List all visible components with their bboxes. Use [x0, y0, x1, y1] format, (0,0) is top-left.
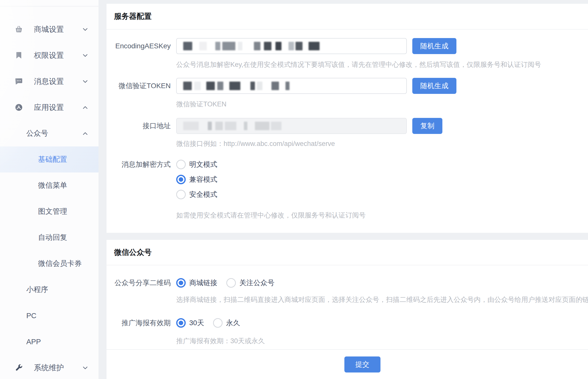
encoding-aes-key-input[interactable]	[176, 38, 407, 54]
share-qrcode-label: 公众号分享二维码	[107, 278, 171, 288]
sidebar-item-pc[interactable]: PC	[0, 303, 99, 329]
redacted-value	[183, 82, 289, 90]
sidebar: 商城设置权限设置消息设置应用设置公众号基础配置微信菜单图文管理自动回复微信会员卡…	[0, 0, 99, 379]
radio-checked-icon[interactable]	[176, 175, 186, 184]
redacted-value	[183, 42, 320, 50]
radio-option-兼容模式[interactable]: 兼容模式	[176, 173, 217, 185]
sidebar-item-app[interactable]: APP	[0, 329, 99, 355]
radio-checked-icon[interactable]	[176, 278, 186, 288]
sidebar-item-label: 微信会员卡券	[38, 259, 82, 269]
radio-option-label: 永久	[226, 318, 240, 328]
radio-option-label: 30天	[189, 318, 204, 328]
section-title-wechat: 微信公众号	[107, 240, 588, 265]
chevron-down-icon	[81, 364, 89, 371]
basket-icon	[14, 25, 23, 34]
sidebar-item-label: 公众号	[26, 128, 48, 138]
section-title-server: 服务器配置	[107, 4, 588, 30]
sidebar-item-小程序[interactable]: 小程序	[0, 277, 99, 303]
radio-checked-icon[interactable]	[176, 318, 186, 328]
poster-validity-row: 推广海报有效期 30天永久	[107, 317, 588, 329]
radio-unchecked-icon[interactable]	[213, 318, 223, 328]
sidebar-item-基础配置[interactable]: 基础配置	[0, 146, 99, 172]
sidebar-divider	[0, 6, 99, 7]
sidebar-item-label: APP	[26, 338, 41, 346]
sidebar-menu: 商城设置权限设置消息设置应用设置公众号基础配置微信菜单图文管理自动回复微信会员卡…	[0, 16, 99, 379]
radio-option-label: 关注公众号	[239, 278, 274, 288]
api-url-copy-button[interactable]: 复制	[412, 118, 442, 134]
wechat-token-input[interactable]	[176, 78, 407, 94]
aes-generate-button[interactable]: 随机生成	[412, 38, 456, 54]
api-url-row: 接口地址 复制	[107, 118, 588, 134]
bookmark-icon	[14, 51, 23, 60]
crypt-mode-help: 如需使用安全模式请在管理中心修改，仅限服务号和认证订阅号	[176, 211, 588, 219]
sidebar-item-label: 系统维护	[34, 363, 64, 373]
poster-validity-radio-group: 30天永久	[176, 317, 249, 329]
sidebar-item-label: 基础配置	[38, 154, 67, 164]
radio-option-永久[interactable]: 永久	[213, 317, 240, 329]
token-generate-button[interactable]: 随机生成	[412, 78, 456, 94]
chevron-up-icon	[81, 104, 89, 111]
share-qrcode-radio-group: 商城链接关注公众号	[176, 277, 283, 289]
api-url-label: 接口地址	[107, 121, 171, 131]
radio-option-label: 明文模式	[189, 160, 217, 169]
share-qrcode-help: 选择商城链接，扫描二维码直接进入商城对应页面，选择关注公众号，扫描二维码之后先进…	[176, 296, 588, 304]
form-footer: 提交	[107, 349, 588, 379]
sidebar-item-label: 图文管理	[38, 207, 67, 217]
page: 商城设置权限设置消息设置应用设置公众号基础配置微信菜单图文管理自动回复微信会员卡…	[0, 0, 588, 379]
sidebar-item-label: 应用设置	[34, 102, 64, 113]
radio-unchecked-icon[interactable]	[176, 190, 186, 199]
sidebar-item-label: 权限设置	[34, 50, 64, 61]
radio-unchecked-icon[interactable]	[176, 160, 186, 169]
crypt-mode-label: 消息加解密方式	[107, 158, 171, 170]
sidebar-item-商城设置[interactable]: 商城设置	[0, 16, 99, 42]
radio-option-商城链接[interactable]: 商城链接	[176, 277, 217, 289]
server-config-card: 服务器配置 EncodingAESKey	[107, 4, 588, 233]
sidebar-item-消息设置[interactable]: 消息设置	[0, 68, 99, 94]
sidebar-item-微信会员卡券[interactable]: 微信会员卡券	[0, 251, 99, 277]
radio-option-label: 商城链接	[189, 278, 217, 288]
sidebar-item-label: PC	[26, 312, 36, 320]
crypt-mode-row: 消息加解密方式 明文模式兼容模式安全模式	[107, 158, 588, 204]
chevron-up-icon	[81, 130, 89, 137]
sidebar-item-label: 商城设置	[34, 24, 64, 35]
radio-option-label: 兼容模式	[189, 175, 217, 184]
chevron-down-icon	[81, 26, 89, 33]
crypt-mode-radio-group: 明文模式兼容模式安全模式	[176, 158, 217, 204]
sidebar-item-自动回复[interactable]: 自动回复	[0, 225, 99, 251]
message-icon	[14, 77, 23, 86]
sidebar-item-公众号[interactable]: 公众号	[0, 120, 99, 146]
wechat-official-card: 微信公众号 公众号分享二维码 商城链接关注公众号 选择商城链接，扫描二维码直接进…	[107, 240, 588, 349]
poster-validity-help: 推广海报有效期：30天或永久	[176, 337, 588, 345]
chevron-down-icon	[81, 52, 89, 59]
sidebar-item-label: 微信菜单	[38, 180, 67, 191]
appstore-icon	[14, 103, 23, 112]
encoding-aes-key-label: EncodingAESKey	[107, 42, 171, 50]
api-url-input	[176, 118, 407, 134]
radio-unchecked-icon[interactable]	[226, 278, 236, 288]
poster-validity-label: 推广海报有效期	[107, 318, 171, 328]
share-qrcode-row: 公众号分享二维码 商城链接关注公众号	[107, 277, 588, 289]
submit-button[interactable]: 提交	[344, 356, 380, 372]
redacted-value	[183, 122, 281, 130]
sidebar-item-图文管理[interactable]: 图文管理	[0, 199, 99, 225]
sidebar-item-权限设置[interactable]: 权限设置	[0, 42, 99, 68]
radio-option-label: 安全模式	[189, 190, 217, 199]
wrench-icon	[14, 363, 23, 372]
sidebar-item-微信菜单[interactable]: 微信菜单	[0, 172, 99, 199]
sidebar-item-应用设置[interactable]: 应用设置	[0, 94, 99, 120]
encoding-aes-key-help: 公众号消息加解密Key,在使用安全模式情况下要填写该值，请先在管理中心修改，然后…	[176, 61, 588, 69]
chevron-down-icon	[81, 78, 89, 85]
encoding-aes-key-row: EncodingAESKey	[107, 38, 588, 54]
sidebar-item-label: 小程序	[26, 285, 48, 295]
radio-option-关注公众号[interactable]: 关注公众号	[226, 277, 274, 289]
sidebar-item-系统维护[interactable]: 系统维护	[0, 355, 99, 379]
radio-option-30天[interactable]: 30天	[176, 317, 204, 329]
wechat-token-label: 微信验证TOKEN	[107, 81, 171, 91]
wechat-token-row: 微信验证TOKEN 随机生成	[107, 78, 588, 94]
sidebar-item-label: 自动回复	[38, 233, 67, 243]
api-url-help: 微信接口例如：http://www.abc.com/api/wechat/ser…	[176, 140, 588, 148]
radio-option-明文模式[interactable]: 明文模式	[176, 158, 217, 170]
radio-option-安全模式[interactable]: 安全模式	[176, 188, 217, 201]
wechat-token-help: 微信验证TOKEN	[176, 100, 588, 108]
sidebar-item-label: 消息设置	[34, 76, 64, 87]
